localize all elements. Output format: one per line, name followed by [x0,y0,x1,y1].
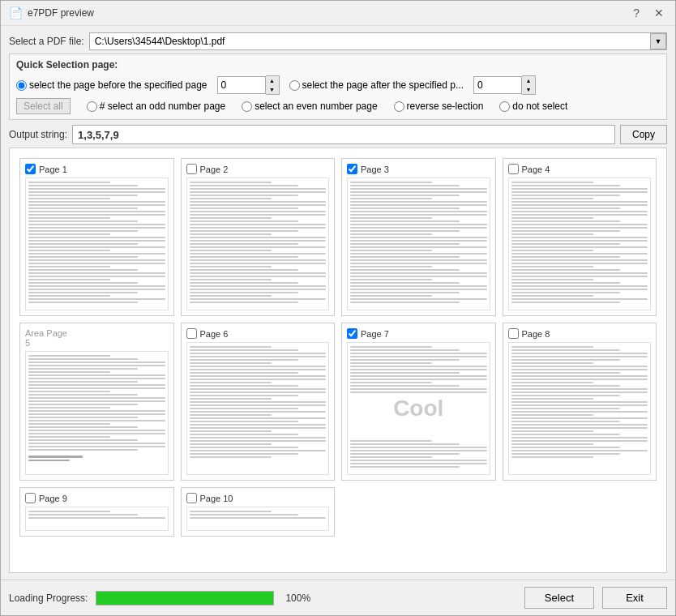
page-5-header: Area Page5 [25,328,169,348]
loading-label: Loading Progress: [9,592,88,604]
exit-button[interactable]: Exit [602,587,667,609]
radio-after-label: select the page after the specified p... [302,79,464,91]
main-content: Select a PDF file: ▼ Quick Selection pag… [1,26,675,580]
radio-donot[interactable]: do not select [499,101,567,112]
page-9-preview [25,507,169,531]
page-3-header: Page 3 [347,164,490,174]
page-8-header: Page 8 [508,328,652,339]
page-2-card[interactable]: Page 2 [181,158,336,316]
page-6-checkbox[interactable] [186,328,197,339]
page-4-label: Page 4 [522,165,550,174]
page-3-card[interactable]: Page 3 [341,158,496,316]
page-6-header: Page 6 [186,328,330,339]
thumbnails-grid: Page 1 [10,148,666,546]
thumbnails-area[interactable]: Page 1 [9,148,667,573]
page-1-lines [26,178,168,306]
page-6-card[interactable]: Page 6 [181,323,336,481]
page-6-label: Page 6 [200,329,229,339]
output-input[interactable] [72,125,615,144]
page-7-lines [348,343,490,396]
page-1-card[interactable]: Page 1 [19,158,174,316]
page-1-preview [25,178,169,310]
pdf-file-dropdown-arrow[interactable]: ▼ [650,33,666,49]
title-bar-left: 📄 e7PDF preview [9,6,94,19]
page-9-card[interactable]: Page 9 [19,487,174,537]
close-button[interactable]: ✕ [651,6,667,20]
page-6-preview [186,342,330,475]
radio-reverse-label: reverse se-lection [407,101,484,112]
page-1-label: Page 1 [39,165,67,174]
title-bar: 📄 e7PDF preview ? ✕ [1,1,675,26]
radio-even-input[interactable] [242,101,252,112]
page-3-lines [348,178,490,306]
page-4-header: Page 4 [508,164,652,174]
page-2-lines [187,178,329,306]
page-8-checkbox[interactable] [508,328,519,339]
page-7-header: Page 7 [347,328,490,339]
page-9-header: Page 9 [25,493,169,503]
title-bar-right: ? ✕ [630,6,667,20]
page-5-card[interactable]: Area Page5 [19,323,174,481]
page-10-card[interactable]: Page 10 [181,487,336,537]
radio-after[interactable]: select the page after the specified p... [289,79,464,91]
page-8-lines [509,343,651,461]
page-7-card[interactable]: Page 7 [341,323,496,481]
select-button[interactable]: Select [524,587,594,609]
radio-donot-label: do not select [512,101,567,112]
page-3-checkbox[interactable] [347,164,357,174]
page-8-label: Page 8 [522,329,550,339]
page-10-checkbox[interactable] [186,493,197,503]
page-10-lines [187,507,329,522]
radio-reverse[interactable]: reverse se-lection [394,101,484,112]
page-7-checkbox[interactable] [347,328,357,339]
progress-bar-wrap [96,591,274,605]
pdf-file-label: Select a PDF file: [9,36,84,47]
spinner1-down[interactable]: ▼ [266,85,279,94]
spinner2-up[interactable]: ▲ [522,76,535,85]
page-4-preview [508,178,652,310]
page-9-checkbox[interactable] [25,493,36,503]
help-button[interactable]: ? [630,6,643,20]
radio-odd-input[interactable] [87,101,97,112]
select-all-button[interactable]: Select all [16,98,71,114]
page-2-checkbox[interactable] [186,164,197,174]
radio-reverse-input[interactable] [394,101,404,112]
spinner1-up[interactable]: ▲ [266,76,279,85]
radio-before-label: select the page before the specified pag… [29,79,208,91]
radio-donot-input[interactable] [499,101,510,112]
pdf-file-input-wrap: ▼ [89,32,667,50]
page-4-checkbox[interactable] [508,164,519,174]
page-8-preview [508,342,652,475]
page-4-lines [509,178,651,306]
page-7-preview: Cool [347,342,490,475]
radio-even[interactable]: select an even number page [242,101,377,112]
app-icon: 📄 [9,6,23,19]
spinner1-input[interactable] [217,76,266,94]
quick-sel-row-2: Select all # select an odd number page s… [16,98,660,114]
radio-odd[interactable]: # select an odd number page [87,101,225,112]
pdf-file-input[interactable] [89,32,667,50]
radio-before[interactable]: select the page before the specified pag… [16,79,208,91]
radio-after-input[interactable] [289,80,300,91]
radio-before-input[interactable] [16,80,27,91]
page-8-card[interactable]: Page 8 [503,323,657,481]
spinner2-down[interactable]: ▼ [522,85,535,94]
spinner2-input[interactable] [473,76,522,94]
page-1-checkbox[interactable] [25,164,36,174]
page-4-card[interactable]: Page 4 [503,158,657,316]
quick-selection-rows: select the page before the specified pag… [16,75,660,114]
page-10-preview [186,507,330,531]
copy-button[interactable]: Copy [620,125,667,144]
radio-odd-label: # select an odd number page [100,101,225,112]
page-10-header: Page 10 [186,493,330,503]
page-5-preview [25,351,169,475]
progress-bar-fill [96,592,273,605]
radio-even-label: select an even number page [255,101,377,112]
quick-selection-panel: Quick Selection page: select the page be… [9,53,667,120]
progress-percentage: 100% [285,592,310,604]
page-7-lines-bottom [348,437,490,471]
page-3-label: Page 3 [361,165,389,174]
bottom-bar: Loading Progress: 100% Select Exit [1,580,675,615]
page-9-lines [26,507,168,522]
spinner2-btns: ▲ ▼ [522,75,536,95]
